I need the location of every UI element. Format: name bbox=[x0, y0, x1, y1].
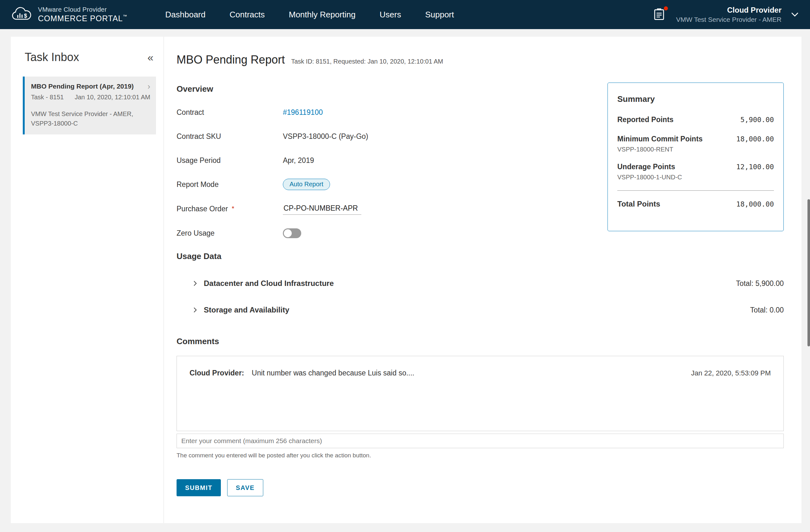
summary-card: Summary Reported Points 5,900.00 Minimum… bbox=[608, 83, 784, 231]
account-org: VMW Test Service Provider - AMER bbox=[676, 16, 781, 23]
usage-data-heading: Usage Data bbox=[177, 251, 784, 261]
contract-row: Contract #196119100 bbox=[177, 106, 582, 118]
page-subtitle: Task ID: 8151, Requested: Jan 10, 2020, … bbox=[291, 58, 443, 65]
submit-button[interactable]: SUBMIT bbox=[177, 479, 221, 496]
collapse-panel-icon[interactable]: « bbox=[147, 52, 153, 63]
brand-line1: VMware Cloud Provider bbox=[38, 6, 127, 13]
contract-link[interactable]: #196119100 bbox=[283, 108, 323, 117]
min-commit-points-value: 18,000.00 bbox=[736, 135, 774, 143]
summary-row-min-commit: Minimum Commit Points 18,000.00 bbox=[617, 135, 774, 143]
zero-usage-row: Zero Usage bbox=[177, 228, 582, 239]
page-title: MBO Pending Report bbox=[177, 53, 285, 66]
total-points-value: 18,000.00 bbox=[736, 200, 774, 208]
comment-history: Cloud Provider: Unit number was changed … bbox=[177, 356, 784, 431]
notification-clipboard-icon[interactable] bbox=[653, 7, 667, 22]
task-inbox-panel: Task Inbox « MBO Pending Report (Apr, 20… bbox=[11, 37, 164, 523]
task-id: Task - 8151 bbox=[31, 94, 64, 101]
comment-author: Cloud Provider: bbox=[190, 369, 244, 377]
account-role: Cloud Provider bbox=[676, 6, 781, 15]
zero-usage-label: Zero Usage bbox=[177, 229, 283, 237]
usage-section-label: Datacenter and Cloud Infrastructure bbox=[204, 279, 334, 288]
chevron-right-icon: › bbox=[147, 82, 150, 90]
account-chevron-down-icon[interactable] bbox=[791, 12, 799, 17]
comment-input[interactable] bbox=[177, 434, 784, 448]
trademark: ™ bbox=[123, 14, 127, 19]
toggle-knob bbox=[284, 229, 292, 237]
comment-entry: Cloud Provider: Unit number was changed … bbox=[190, 369, 771, 377]
contract-label: Contract bbox=[177, 108, 283, 117]
report-mode-row: Report Mode Auto Report bbox=[177, 179, 582, 190]
contract-sku-row: Contract SKU VSPP3-18000-C (Pay-Go) bbox=[177, 131, 582, 142]
underage-sku: VSPP-18000-1-UND-C bbox=[617, 173, 774, 181]
scrollbar[interactable] bbox=[808, 199, 810, 346]
contract-sku-label: Contract SKU bbox=[177, 132, 283, 141]
min-commit-sku: VSPP-18000-RENT bbox=[617, 146, 774, 153]
min-commit-points-label: Minimum Commit Points bbox=[617, 135, 703, 143]
task-inbox-title: Task Inbox bbox=[25, 51, 79, 64]
task-timestamp: Jan 10, 2020, 12:10:01 AM bbox=[75, 94, 150, 101]
underage-points-value: 12,100.00 bbox=[736, 163, 774, 171]
chevron-right-icon[interactable] bbox=[191, 279, 199, 287]
nav-monthly-reporting[interactable]: Monthly Reporting bbox=[289, 10, 356, 20]
reported-points-label: Reported Points bbox=[617, 115, 674, 124]
overview-fields: Contract #196119100 Contract SKU VSPP3-1… bbox=[177, 106, 582, 239]
comment-timestamp: Jan 22, 2020, 5:53:09 PM bbox=[691, 369, 771, 377]
task-inbox-header: Task Inbox « bbox=[25, 51, 156, 64]
task-title: MBO Pending Report (Apr, 2019) bbox=[31, 83, 133, 90]
comment-helper-text: The comment you entered will be posted a… bbox=[177, 452, 784, 459]
usage-period-label: Usage Period bbox=[177, 156, 283, 165]
summary-row-reported: Reported Points 5,900.00 bbox=[617, 115, 774, 124]
zero-usage-toggle[interactable] bbox=[283, 228, 301, 238]
usage-section-total: Total: 5,900.00 bbox=[736, 279, 784, 288]
task-meta-row: Task - 8151 Jan 10, 2020, 12:10:01 AM bbox=[31, 94, 150, 101]
purchase-order-label: Purchase Order* bbox=[177, 205, 283, 213]
main-content: MBO Pending Report Task ID: 8151, Reques… bbox=[164, 37, 801, 523]
comments-heading: Comments bbox=[177, 336, 784, 346]
account-info[interactable]: Cloud Provider VMW Test Service Provider… bbox=[676, 6, 781, 23]
reported-points-value: 5,900.00 bbox=[740, 116, 774, 124]
usage-period-row: Usage Period Apr, 2019 bbox=[177, 155, 582, 166]
usage-section-label: Storage and Availability bbox=[204, 305, 289, 314]
task-title-row: MBO Pending Report (Apr, 2019) › bbox=[31, 82, 150, 90]
cloud-dollar-logo-icon: $ bbox=[11, 6, 33, 23]
total-points-label: Total Points bbox=[617, 200, 660, 209]
purchase-order-input[interactable] bbox=[283, 203, 361, 215]
summary-row-total: Total Points 18,000.00 bbox=[617, 200, 774, 209]
brand: $ VMware Cloud Provider COMMERCE PORTAL™ bbox=[11, 6, 127, 23]
contract-sku-value: VSPP3-18000-C (Pay-Go) bbox=[283, 132, 368, 141]
save-button[interactable]: SAVE bbox=[227, 479, 263, 496]
page-body: Task Inbox « MBO Pending Report (Apr, 20… bbox=[0, 29, 810, 532]
top-navbar: $ VMware Cloud Provider COMMERCE PORTAL™… bbox=[0, 0, 810, 29]
svg-text:$: $ bbox=[24, 13, 27, 19]
main-nav: Dashboard Contracts Monthly Reporting Us… bbox=[165, 10, 454, 20]
purchase-order-row: Purchase Order* bbox=[177, 203, 582, 215]
title-row: MBO Pending Report Task ID: 8151, Reques… bbox=[177, 53, 784, 66]
brand-line2: COMMERCE PORTAL™ bbox=[38, 14, 127, 23]
nav-users[interactable]: Users bbox=[380, 10, 401, 20]
comment-text: Unit number was changed because Luis sai… bbox=[252, 369, 684, 377]
required-asterisk: * bbox=[232, 205, 234, 212]
brand-text: VMware Cloud Provider COMMERCE PORTAL™ bbox=[38, 6, 127, 23]
underage-points-label: Underage Points bbox=[617, 163, 675, 171]
action-buttons: SUBMIT SAVE bbox=[177, 479, 784, 496]
task-org: VMW Test Service Provider - AMER, VSPP3-… bbox=[31, 109, 139, 128]
notification-dot bbox=[664, 6, 668, 11]
usage-section-total: Total: 0.00 bbox=[750, 306, 784, 314]
nav-support[interactable]: Support bbox=[425, 10, 454, 20]
nav-contracts[interactable]: Contracts bbox=[229, 10, 264, 20]
nav-dashboard[interactable]: Dashboard bbox=[165, 10, 205, 20]
summary-heading: Summary bbox=[617, 94, 774, 104]
navbar-right: Cloud Provider VMW Test Service Provider… bbox=[653, 6, 799, 23]
usage-period-value: Apr, 2019 bbox=[283, 156, 314, 165]
task-list-item[interactable]: MBO Pending Report (Apr, 2019) › Task - … bbox=[23, 77, 156, 134]
usage-section-datacenter[interactable]: Datacenter and Cloud Infrastructure Tota… bbox=[177, 279, 784, 288]
report-mode-badge: Auto Report bbox=[283, 179, 330, 190]
report-mode-label: Report Mode bbox=[177, 180, 283, 189]
summary-divider bbox=[617, 190, 774, 191]
usage-section-storage[interactable]: Storage and Availability Total: 0.00 bbox=[177, 305, 784, 314]
chevron-right-icon[interactable] bbox=[191, 306, 199, 314]
summary-row-underage: Underage Points 12,100.00 bbox=[617, 163, 774, 171]
